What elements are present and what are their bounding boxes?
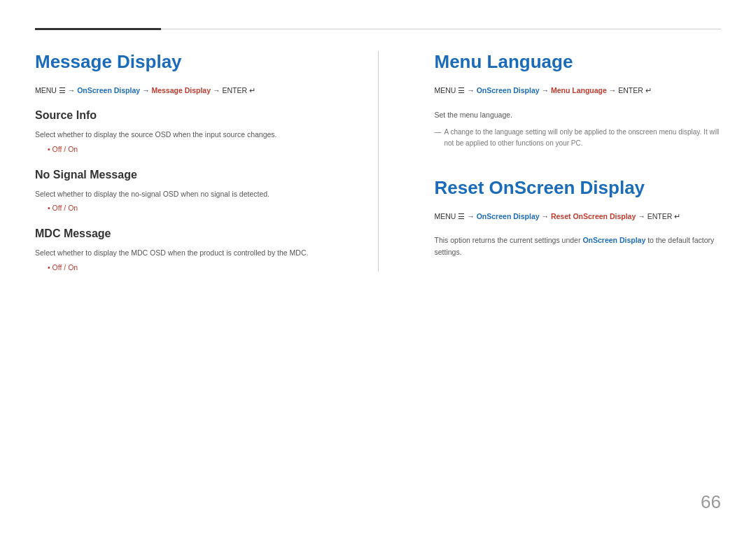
arrow-3: →: [213, 86, 222, 94]
no-signal-bullet: • Off / On: [48, 204, 322, 212]
page-container: Message Display MENU ☰ → OnScreen Displa…: [0, 0, 756, 534]
osd-link-left: OnScreen Display: [77, 86, 140, 94]
menu-label: MENU: [35, 86, 59, 94]
reset-osd-title: Reset OnScreen Display: [435, 177, 722, 199]
left-column: Message Display MENU ☰ → OnScreen Displa…: [35, 51, 336, 272]
arrow-r2: →: [541, 86, 550, 94]
left-section-title: Message Display: [35, 51, 322, 73]
mdc-message-title: MDC Message: [35, 227, 322, 240]
menu-label-r1: MENU: [435, 86, 458, 94]
menu-icon: ☰: [59, 86, 66, 94]
right-column: Menu Language MENU ☰ → OnScreen Display …: [421, 51, 722, 272]
menu-icon-r2: ☰: [458, 212, 465, 220]
menu-icon-r1: ☰: [458, 86, 465, 94]
enter-icon-r2: ↵: [674, 212, 680, 220]
top-rules: [35, 28, 721, 30]
arrow-r4: →: [467, 212, 476, 220]
enter-text-r2: ENTER: [648, 212, 675, 220]
arrow-r3: →: [609, 86, 618, 94]
enter-icon-left: ↵: [249, 86, 255, 94]
source-info-title: Source Info: [35, 109, 322, 122]
enter-text-left: ENTER: [222, 86, 249, 94]
arrow-r1: →: [467, 86, 476, 94]
section-link-left: Message Display: [151, 86, 211, 94]
reset-osd-bold: OnScreen Display: [582, 236, 645, 244]
enter-icon-r1: ↵: [645, 86, 652, 94]
reset-description: This option returns the current settings…: [435, 234, 722, 258]
mdc-message-description: Select whether to display the MDC OSD wh…: [35, 247, 322, 259]
menu-label-r2: MENU: [435, 212, 458, 220]
arrow-r6: →: [638, 212, 647, 220]
reset-desc-start: This option returns the current settings…: [435, 236, 583, 244]
osd-link-right2: OnScreen Display: [477, 212, 540, 220]
arrow-1: →: [68, 86, 77, 94]
osd-link-right1: OnScreen Display: [477, 86, 540, 94]
arrow-2: →: [142, 86, 151, 94]
left-menu-path: MENU ☰ → OnScreen Display → Message Disp…: [35, 85, 322, 97]
source-info-description: Select whether to display the source OSD…: [35, 129, 322, 141]
no-signal-title: No Signal Message: [35, 169, 322, 181]
language-note: A change to the language setting will on…: [435, 127, 722, 149]
page-number: 66: [701, 491, 721, 513]
right-menu-path-language: MENU ☰ → OnScreen Display → Menu Languag…: [435, 85, 722, 97]
section-link-right2: Reset OnScreen Display: [551, 212, 636, 220]
rule-left: [35, 28, 161, 30]
column-divider: [378, 51, 379, 272]
no-signal-description: Select whether to display the no-signal …: [35, 188, 322, 200]
source-info-bullet: • Off / On: [48, 145, 322, 153]
menu-language-title: Menu Language: [435, 51, 722, 73]
mdc-message-bullet: • Off / On: [48, 263, 322, 272]
rule-right: [161, 29, 721, 29]
arrow-r5: →: [541, 212, 550, 220]
right-menu-path-reset: MENU ☰ → OnScreen Display → Reset OnScre…: [435, 211, 722, 223]
content-columns: Message Display MENU ☰ → OnScreen Displa…: [35, 51, 721, 272]
enter-text-r1: ENTER: [618, 86, 645, 94]
set-menu-text: Set the menu language.: [435, 109, 722, 121]
section-link-right1: Menu Language: [551, 86, 607, 94]
